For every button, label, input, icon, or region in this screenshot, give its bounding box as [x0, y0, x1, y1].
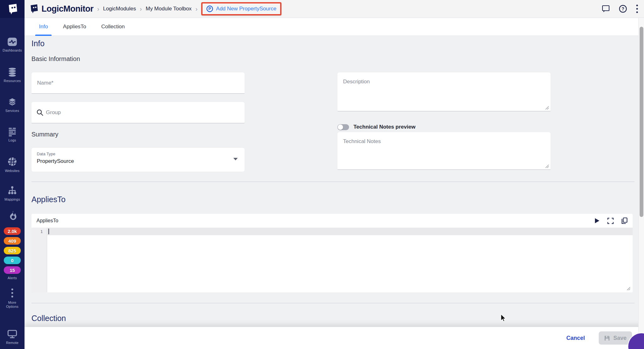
resources-icon — [7, 67, 17, 77]
sidebar-item-label: Websites — [5, 169, 20, 173]
breadcrumb-active-label: Add New PropertySource — [216, 6, 276, 12]
breadcrumb-separator: › — [97, 5, 99, 13]
resize-handle-icon[interactable] — [545, 106, 549, 110]
logs-icon — [7, 127, 17, 136]
sidebar-alerts[interactable] — [0, 210, 25, 222]
data-type-label: Data Type — [37, 152, 55, 156]
mappings-icon — [7, 186, 18, 196]
fullscreen-icon[interactable] — [607, 218, 614, 224]
logicmonitor-logo-icon — [6, 3, 19, 15]
save-button[interactable]: Save — [599, 331, 632, 345]
services-icon — [7, 97, 17, 107]
name-input[interactable] — [31, 72, 245, 93]
tab-appliesto[interactable]: AppliesTo — [55, 18, 94, 36]
resize-handle-icon[interactable] — [627, 287, 630, 291]
alert-badges: 2.0k 409 825 0 15 — [0, 227, 25, 274]
sidebar-item-mappings[interactable]: Mappings — [0, 186, 25, 202]
logicmonitor-logo-icon — [28, 3, 39, 14]
group-field-card — [31, 102, 245, 123]
sidebar-alerts-label[interactable]: Alerts — [0, 276, 25, 280]
brand[interactable]: LogicMonitor — [28, 3, 93, 14]
editor-line-gutter: 1 — [31, 228, 47, 292]
sidebar-item-websites[interactable]: Websites — [0, 156, 25, 173]
search-icon — [36, 109, 43, 116]
tab-info[interactable]: Info — [31, 18, 55, 36]
alert-badge-critical[interactable]: 2.0k — [4, 227, 21, 235]
breadcrumb-separator: › — [195, 5, 197, 13]
line-number: 1 — [31, 228, 47, 235]
description-textarea[interactable] — [337, 72, 551, 111]
alert-badge-sdt[interactable]: 15 — [4, 266, 21, 274]
help-icon[interactable]: ? — [619, 5, 627, 13]
technical-notes-field-card — [337, 132, 551, 170]
appliesto-editor-toolbar: AppliesTo — [31, 214, 633, 228]
section-divider — [31, 181, 635, 182]
sidebar-item-label: Remote — [6, 341, 19, 345]
sidebar-item-label: Services — [5, 109, 19, 113]
appliesto-section-title: AppliesTo — [31, 195, 65, 204]
main-content: Info Basic Information Summary Data Type… — [25, 36, 638, 327]
description-field-card — [337, 72, 551, 111]
cancel-button[interactable]: Cancel — [566, 335, 585, 341]
sidebar-remote[interactable]: Remote — [0, 330, 25, 345]
technical-notes-preview-toggle-row: Technical Notes preview — [337, 124, 415, 130]
header-actions: ? — [602, 4, 638, 13]
breadcrumb-add-new-propertysource[interactable]: P Add New PropertySource — [201, 2, 281, 15]
appliesto-code-editor[interactable]: 1 — [31, 228, 633, 292]
alert-badge-info[interactable]: 0 — [4, 257, 21, 264]
editor-code-area[interactable] — [47, 228, 633, 292]
kebab-menu-icon[interactable] — [636, 4, 638, 13]
breadcrumb-logicmodules[interactable]: LogicModules — [103, 6, 136, 12]
sidebar-item-services[interactable]: Services — [0, 97, 25, 113]
resize-handle-icon[interactable] — [545, 164, 549, 168]
svg-text:P: P — [208, 7, 211, 11]
editor-caret — [48, 229, 49, 234]
feedback-chat-icon[interactable] — [602, 5, 610, 13]
info-section-title: Info — [31, 39, 45, 48]
run-play-icon[interactable] — [594, 218, 600, 224]
data-type-select-card[interactable]: Data Type PropertySource — [31, 148, 245, 172]
appliesto-editor-label: AppliesTo — [36, 218, 58, 224]
technical-notes-preview-label: Technical Notes preview — [353, 124, 415, 130]
save-button-label: Save — [613, 335, 626, 341]
scrollbar-thumb[interactable] — [640, 27, 643, 217]
name-field-card — [31, 72, 245, 94]
sidebar-item-dashboards[interactable]: Dashboards — [0, 37, 25, 53]
more-options-icon — [11, 288, 14, 299]
alert-badge-error[interactable]: 409 — [4, 237, 21, 245]
sidebar-item-label: Dashboards — [3, 48, 22, 53]
collection-section-title: Collection — [31, 314, 66, 323]
svg-text:?: ? — [622, 6, 625, 11]
breadcrumb-my-module-toolbox[interactable]: My Module Toolbox — [146, 6, 192, 12]
group-input[interactable] — [43, 102, 245, 123]
summary-title: Summary — [31, 131, 58, 138]
chevron-down-icon[interactable] — [233, 158, 238, 160]
remote-session-icon — [7, 330, 18, 339]
form-footer: Cancel Save — [25, 327, 644, 349]
more-options-label-1: More — [8, 301, 16, 304]
technical-notes-textarea[interactable] — [337, 132, 551, 169]
sidebar-logo[interactable] — [0, 0, 25, 18]
page-scrollbar[interactable] — [638, 18, 644, 349]
propertysource-p-icon: P — [206, 5, 213, 12]
sidebar-more-options[interactable]: More Options — [0, 288, 25, 309]
save-floppy-icon — [604, 335, 610, 341]
brand-wordmark: LogicMonitor — [42, 4, 93, 14]
top-header: LogicMonitor › LogicModules › My Module … — [25, 0, 644, 18]
breadcrumb-separator: › — [140, 5, 142, 13]
technical-notes-preview-toggle[interactable] — [337, 124, 349, 130]
tab-collection[interactable]: Collection — [94, 18, 132, 36]
toggle-knob — [338, 125, 343, 130]
sidebar: Dashboards Resources Services Logs — [0, 0, 25, 349]
alert-badge-warning[interactable]: 825 — [4, 247, 21, 254]
sidebar-item-logs[interactable]: Logs — [0, 127, 25, 142]
more-options-label-2: Options — [6, 305, 18, 308]
editor-active-line — [47, 228, 633, 235]
basic-information-title: Basic Information — [31, 55, 80, 63]
sidebar-item-label: Logs — [8, 138, 16, 142]
copy-icon[interactable] — [621, 217, 628, 224]
section-divider — [31, 303, 635, 303]
data-type-value: PropertySource — [37, 158, 74, 164]
appliesto-editor: AppliesTo 1 — [31, 214, 633, 292]
sidebar-item-resources[interactable]: Resources — [0, 67, 25, 83]
